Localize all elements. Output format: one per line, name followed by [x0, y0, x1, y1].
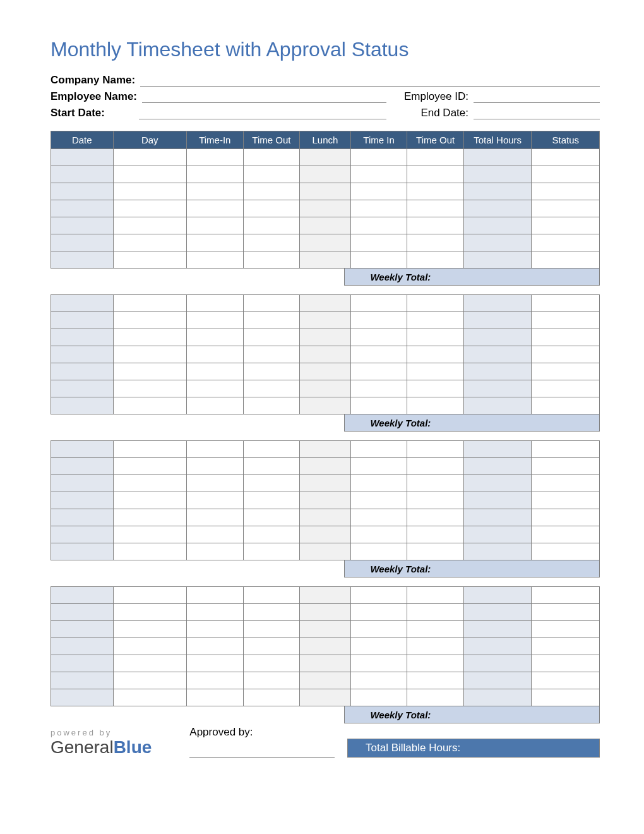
cell-total_hours[interactable] [463, 234, 532, 251]
cell-time_out_1[interactable] [243, 295, 300, 312]
cell-date[interactable] [51, 543, 114, 560]
cell-lunch[interactable] [300, 672, 351, 689]
cell-time_in_2[interactable] [350, 183, 407, 200]
cell-date[interactable] [51, 441, 114, 458]
cell-total_hours[interactable] [463, 363, 532, 380]
cell-time_in_2[interactable] [350, 475, 407, 492]
cell-time_in_2[interactable] [350, 346, 407, 363]
cell-day[interactable] [113, 312, 186, 329]
cell-status[interactable] [532, 329, 600, 346]
cell-total_hours[interactable] [463, 329, 532, 346]
cell-time_in_2[interactable] [350, 587, 407, 604]
cell-time_in_1[interactable] [187, 295, 244, 312]
cell-time_out_1[interactable] [243, 672, 300, 689]
cell-status[interactable] [532, 234, 600, 251]
cell-time_out_1[interactable] [243, 509, 300, 526]
cell-time_in_2[interactable] [350, 149, 407, 166]
cell-time_in_1[interactable] [187, 149, 244, 166]
cell-time_out_1[interactable] [243, 149, 300, 166]
cell-time_in_1[interactable] [187, 689, 244, 706]
cell-total_hours[interactable] [463, 604, 532, 621]
cell-status[interactable] [532, 217, 600, 234]
cell-total_hours[interactable] [463, 441, 532, 458]
cell-date[interactable] [51, 621, 114, 638]
cell-day[interactable] [113, 397, 186, 414]
cell-time_out_2[interactable] [407, 526, 464, 543]
cell-status[interactable] [532, 441, 600, 458]
cell-day[interactable] [113, 672, 186, 689]
cell-day[interactable] [113, 346, 186, 363]
cell-time_in_2[interactable] [350, 329, 407, 346]
cell-time_in_2[interactable] [350, 397, 407, 414]
cell-date[interactable] [51, 217, 114, 234]
cell-time_in_1[interactable] [187, 397, 244, 414]
cell-time_out_2[interactable] [407, 380, 464, 397]
cell-time_in_1[interactable] [187, 638, 244, 655]
cell-date[interactable] [51, 475, 114, 492]
cell-day[interactable] [113, 149, 186, 166]
cell-time_in_1[interactable] [187, 492, 244, 509]
cell-time_out_1[interactable] [243, 587, 300, 604]
cell-total_hours[interactable] [463, 475, 532, 492]
cell-status[interactable] [532, 492, 600, 509]
cell-day[interactable] [113, 217, 186, 234]
cell-total_hours[interactable] [463, 458, 532, 475]
cell-time_out_1[interactable] [243, 166, 300, 183]
cell-time_out_2[interactable] [407, 621, 464, 638]
cell-date[interactable] [51, 363, 114, 380]
cell-time_out_2[interactable] [407, 183, 464, 200]
cell-status[interactable] [532, 655, 600, 672]
cell-day[interactable] [113, 492, 186, 509]
cell-time_out_2[interactable] [407, 217, 464, 234]
cell-lunch[interactable] [300, 604, 351, 621]
cell-total_hours[interactable] [463, 346, 532, 363]
cell-status[interactable] [532, 689, 600, 706]
cell-day[interactable] [113, 380, 186, 397]
cell-time_out_2[interactable] [407, 492, 464, 509]
cell-day[interactable] [113, 604, 186, 621]
cell-date[interactable] [51, 251, 114, 269]
cell-date[interactable] [51, 183, 114, 200]
cell-time_out_2[interactable] [407, 312, 464, 329]
cell-time_out_1[interactable] [243, 689, 300, 706]
cell-time_out_2[interactable] [407, 363, 464, 380]
cell-status[interactable] [532, 509, 600, 526]
cell-time_out_2[interactable] [407, 346, 464, 363]
cell-lunch[interactable] [300, 251, 351, 269]
cell-total_hours[interactable] [463, 200, 532, 217]
cell-day[interactable] [113, 183, 186, 200]
cell-time_in_2[interactable] [350, 166, 407, 183]
cell-lunch[interactable] [300, 200, 351, 217]
cell-time_in_1[interactable] [187, 604, 244, 621]
cell-time_in_1[interactable] [187, 200, 244, 217]
cell-time_in_1[interactable] [187, 509, 244, 526]
cell-day[interactable] [113, 689, 186, 706]
cell-date[interactable] [51, 458, 114, 475]
cell-date[interactable] [51, 346, 114, 363]
cell-day[interactable] [113, 509, 186, 526]
cell-time_out_1[interactable] [243, 251, 300, 269]
cell-time_in_1[interactable] [187, 346, 244, 363]
cell-time_out_2[interactable] [407, 587, 464, 604]
cell-lunch[interactable] [300, 166, 351, 183]
cell-time_out_2[interactable] [407, 251, 464, 269]
cell-time_out_1[interactable] [243, 363, 300, 380]
cell-day[interactable] [113, 363, 186, 380]
cell-status[interactable] [532, 475, 600, 492]
cell-time_out_1[interactable] [243, 183, 300, 200]
cell-time_in_2[interactable] [350, 526, 407, 543]
cell-time_in_1[interactable] [187, 655, 244, 672]
cell-time_out_1[interactable] [243, 312, 300, 329]
cell-time_out_1[interactable] [243, 458, 300, 475]
cell-status[interactable] [532, 621, 600, 638]
cell-lunch[interactable] [300, 587, 351, 604]
company-name-field[interactable] [140, 73, 600, 87]
cell-time_out_1[interactable] [243, 492, 300, 509]
cell-date[interactable] [51, 509, 114, 526]
cell-total_hours[interactable] [463, 183, 532, 200]
cell-status[interactable] [532, 380, 600, 397]
cell-time_out_2[interactable] [407, 295, 464, 312]
cell-time_in_1[interactable] [187, 526, 244, 543]
cell-status[interactable] [532, 672, 600, 689]
cell-lunch[interactable] [300, 329, 351, 346]
